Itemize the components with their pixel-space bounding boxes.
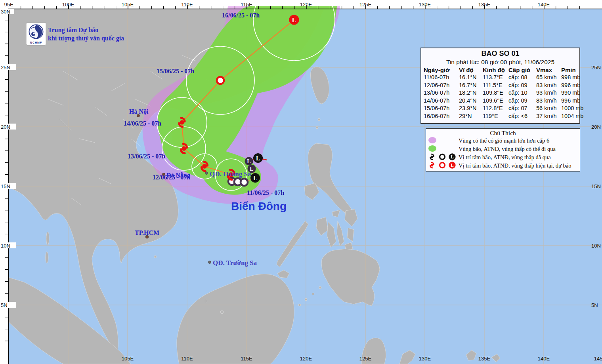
sulu-islet-4 [319, 286, 321, 289]
cell: 83 km/h [534, 82, 559, 90]
col-pmin: Pmin [559, 66, 581, 74]
forecast-header-row: Ngày-giờ Vĩ độ Kinh độ Cấp gió Vmax Pmin [421, 66, 581, 74]
hoangsa-dot [205, 172, 208, 175]
cell: 12/06-07h [421, 82, 457, 90]
date-label-11: 11/06/25 - 07h [247, 189, 284, 196]
lat-label-15n: 15N [1, 183, 10, 189]
legend-label: Vùng bão, ATNĐ, vùng thấp có thể đi qua [459, 146, 556, 152]
lon-bottom-125e: 125E [359, 356, 372, 362]
cell: 119°E [480, 112, 506, 120]
typhoon-icon [430, 154, 434, 160]
cell: cấp: <6 [506, 112, 534, 120]
lat-right-10n: 10N [591, 243, 601, 249]
cell: 11/06-07h [421, 74, 457, 82]
andaman-sliver-1 [46, 232, 49, 245]
hoangsa-label: QĐ. Hoàng Sa [210, 170, 251, 178]
lat-label-25n: 25N [1, 65, 10, 71]
cell: 37 km/h [534, 112, 559, 120]
forecast-row: 15/06-07h23.9°N112.8°Ecấp: 0756 km/h1000… [421, 105, 581, 112]
date-label-15: 15/06/25 - 07h [157, 68, 194, 74]
natuna-islet [220, 311, 224, 314]
conson-islet [154, 255, 157, 258]
cell: 16/06-07h [421, 112, 457, 120]
cell: 16.7°N [457, 82, 480, 90]
cell: 18.2°N [457, 89, 480, 97]
truongsa-label: QĐ. Trường Sa [213, 259, 257, 267]
legend-title: Chú Thích [426, 130, 580, 137]
low-disc-icon [449, 153, 455, 160]
col-lon: Kinh độ [480, 66, 506, 74]
cell: 93 km/h [534, 89, 559, 97]
lon-label-130e: 130E [419, 2, 431, 8]
lon-bottom-145e: 145E [594, 356, 602, 362]
lon-bottom-115e: 115E [241, 356, 252, 362]
cell: 109.8°E [480, 89, 506, 97]
cell: 83 km/h [534, 97, 559, 105]
anambas-islet [205, 300, 207, 302]
lat-right-25n: 25N [591, 65, 601, 71]
current-markers-swatch [426, 161, 459, 170]
depression-ring-icon [440, 154, 445, 159]
lon-bottom-105e: 105E [122, 356, 134, 362]
cell: 998 mb [559, 74, 581, 82]
legend-label: Vị trí tâm bão, ATNĐ, vùng thấp đã qua [459, 154, 551, 161]
forecast-row: 12/06-07h16.7°N111.5°Ecấp: 0983 km/h996 … [421, 82, 581, 90]
sea-name-label: Biển Đông [231, 200, 287, 212]
col-datetime: Ngày-giờ [421, 66, 457, 74]
lat-label-30n: 30N [1, 9, 10, 15]
legend-item-current-positions: Vị trí tâm bão, ATNĐ, vùng thấp hiện tại… [426, 162, 580, 170]
date-label-14: 14/06/25 - 07h [124, 120, 161, 127]
lon-bottom-120e: 120E [300, 356, 312, 362]
col-lat: Vĩ độ [457, 66, 480, 74]
forecast-row: 11/06-07h16.1°N113.7°Ecấp: 0865 km/h998 … [421, 74, 581, 82]
forecast-low-marker [289, 15, 299, 25]
legend-label: Vị trí tâm bão, ATNĐ, vùng thấp hiện tại… [459, 162, 571, 169]
forecast-row: 13/06-07h18.2°N109.8°Ecấp: 1093 km/h990 … [421, 89, 581, 97]
cell: cấp: 07 [506, 105, 534, 112]
forecast-row: 16/06-07h29°N119°Ecấp: <637 km/h1004 mb [421, 112, 581, 120]
storm-title: BAO SO 01 [421, 50, 579, 58]
lon-label-105e: 105E [122, 2, 134, 8]
lon-label-125e: 125E [359, 2, 372, 8]
cell: 109.6°E [480, 97, 506, 105]
lat-right-20n: 20N [591, 124, 601, 130]
past-depression-marker [241, 179, 248, 186]
past-low-marker [245, 157, 253, 165]
lon-label-115e: 115E [241, 2, 252, 8]
cell: 65 km/h [534, 74, 559, 82]
cell: 112.8°E [480, 105, 506, 112]
lon-label-135e: 135E [478, 2, 491, 8]
lat-right-15n: 15N [591, 183, 601, 189]
cell: 996 mb [559, 82, 581, 90]
forecast-table: Ngày-giờ Vĩ độ Kinh độ Cấp gió Vmax Pmin… [421, 66, 581, 120]
date-label-16: 16/06/25 - 07h [222, 12, 260, 19]
logo-acronym: NCHMF [30, 41, 42, 44]
sulu-islet-1 [312, 293, 314, 295]
low-disc-icon [449, 162, 455, 168]
lon-bottom-135e: 135E [478, 356, 491, 362]
purple-area-swatch [426, 136, 459, 144]
issued-time: Tin phát lúc: 08 giờ 00 phút, 11/06/2025 [421, 59, 579, 66]
lon-label-95e: 95E [4, 2, 13, 8]
storm-info-box: BAO SO 01 Tin phát lúc: 08 giờ 00 phút, … [420, 48, 580, 124]
truongsa-dot [208, 261, 211, 264]
col-windscale: Cấp gió [506, 66, 534, 74]
cell: 15/06-07h [421, 105, 457, 112]
cell: 996 mb [559, 97, 581, 105]
hcmc-label: TP.HCM [135, 229, 159, 236]
lat-label-10n: 10N [1, 243, 10, 249]
danang-label: Đà Nẵng [166, 172, 190, 179]
forecast-depression-marker [217, 77, 224, 84]
depression-ring-icon [440, 162, 445, 168]
cell: cấp: 08 [506, 74, 534, 82]
cell: 111.5°E [480, 82, 506, 90]
batanes-islet [318, 118, 320, 121]
cell: 29°N [457, 112, 480, 120]
cell: 56 km/h [534, 105, 559, 112]
green-area-swatch [426, 145, 459, 152]
cell: 1004 mb [559, 112, 581, 120]
lat-label-20n: 20N [1, 124, 10, 130]
lon-bottom-140e: 140E [538, 356, 550, 362]
col-vmax: Vmax [534, 66, 559, 74]
legend-box: Chú Thích Vùng có thể có gió mạnh lớn hơ… [426, 128, 580, 172]
